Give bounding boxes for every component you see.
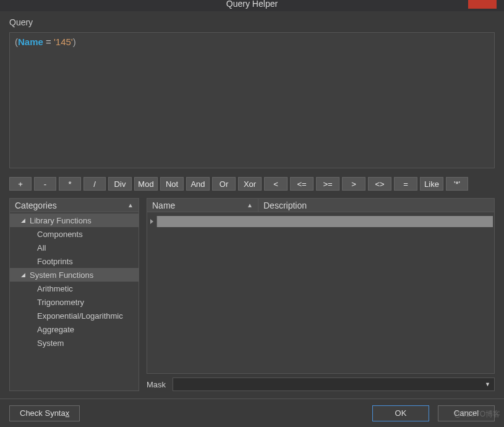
mask-label: Mask [147,380,168,389]
tree-item-label: System Functions [30,270,93,280]
check-syntax-accel: x [66,408,70,418]
sort-asc-icon: ▲ [247,202,253,209]
tree-item-label: Exponential/Logarithmic [37,311,123,321]
op-lt[interactable]: < [264,177,288,191]
check-syntax-button[interactable]: Check Syntax [9,405,80,421]
expand-icon: ◢ [21,272,27,278]
operator-toolbar: + - * / Div Mod Not And Or Xor < <= >= >… [9,177,495,191]
chevron-down-icon: ▼ [485,381,490,387]
op-plus[interactable]: + [9,177,32,191]
tree-item-trigonometry[interactable]: Trigonometry [10,295,139,309]
tree-item-label: Library Functions [30,216,92,225]
tree-item-all[interactable]: All [10,241,139,254]
query-label: Query [9,17,495,27]
tree-item-label: Arithmetic [37,284,73,293]
op-xor[interactable]: Xor [238,177,262,191]
op-mul[interactable]: * [59,177,81,191]
ok-label: OK [395,408,407,418]
cancel-button[interactable]: Cancel [438,405,495,421]
op-star-literal[interactable]: '*' [446,177,468,191]
op-and[interactable]: And [186,177,210,191]
op-div-slash[interactable]: / [83,177,106,191]
op-or[interactable]: Or [212,177,236,191]
sort-asc-icon: ▲ [127,202,134,209]
titlebar: Query Helper [0,0,504,11]
tree-item-label: Components [37,230,83,239]
op-div[interactable]: Div [108,177,132,191]
expand-icon: ◢ [21,217,27,223]
tree-item-label: System [37,339,64,348]
categories-panel: Categories ▲ ◢ Library Functions Compone… [9,198,139,391]
op-eq[interactable]: = [394,177,417,191]
col-name[interactable]: Name ▲ [147,199,258,212]
tree-item-arithmetic[interactable]: Arithmetic [10,282,139,295]
op-ge[interactable]: >= [316,177,340,191]
col-description[interactable]: Description [258,199,494,212]
close-button[interactable] [468,0,497,9]
table-body[interactable] [147,212,494,373]
op-ne[interactable]: <> [368,177,391,191]
tree-item-components[interactable]: Components [10,227,139,241]
op-le[interactable]: <= [290,177,314,191]
token-string: '145' [54,37,73,47]
footer: Check Syntax OK Cancel [0,399,504,427]
col-name-label: Name [152,201,175,210]
row-indicator-icon [147,216,157,227]
op-mod[interactable]: Mod [134,177,158,191]
functions-table: Name ▲ Description [147,198,495,374]
tree-item-label: Aggregate [37,325,74,334]
op-minus[interactable]: - [34,177,56,191]
tree-item-footprints[interactable]: Footprints [10,254,139,268]
op-gt[interactable]: > [342,177,365,191]
op-not[interactable]: Not [160,177,184,191]
tree-item-system[interactable]: System [10,336,139,350]
tree-item-exponential[interactable]: Exponential/Logarithmic [10,309,139,322]
cancel-label: Cancel [454,408,479,418]
ok-button[interactable]: OK [372,405,429,421]
token-close: ) [73,37,76,47]
tree-item-aggregate[interactable]: Aggregate [10,322,139,336]
op-like[interactable]: Like [420,177,443,191]
tree-item-library-functions[interactable]: ◢ Library Functions [10,214,139,227]
categories-tree: ◢ Library Functions Components All Footp… [10,212,139,390]
query-editor[interactable]: (Name = '145') [9,32,495,168]
tree-item-label: Trigonometry [37,298,84,307]
table-header: Name ▲ Description [147,199,494,212]
check-syntax-label-pre: Check Synta [20,408,66,418]
token-eq: = [43,37,54,47]
categories-title: Categories [15,201,57,210]
token-ident: Name [18,37,43,47]
mask-combo[interactable]: ▼ [173,377,495,391]
col-desc-label: Description [263,201,307,210]
tree-item-system-functions[interactable]: ◢ System Functions [10,268,139,282]
window-title: Query Helper [226,0,278,7]
tree-item-label: Footprints [37,257,73,266]
tree-item-label: All [37,243,46,252]
categories-header[interactable]: Categories ▲ [10,199,139,212]
table-row[interactable] [157,216,493,227]
